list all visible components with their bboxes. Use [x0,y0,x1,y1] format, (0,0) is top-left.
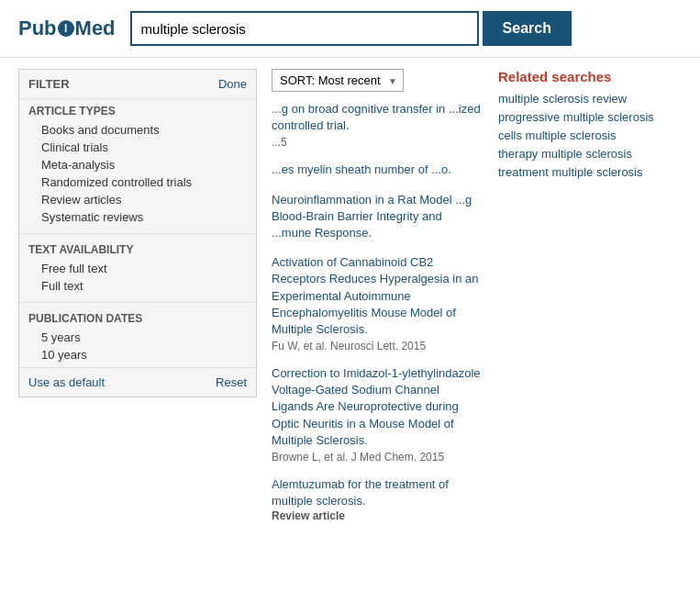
article-block-4: Activation of Cannabinoid CB2 Receptors … [272,254,483,352]
reset-button[interactable]: Reset [216,375,247,389]
text-availability-section: TEXT AVAILABILITY Free full text Full te… [19,238,256,298]
article-link-4[interactable]: Activation of Cannabinoid CB2 Receptors … [272,254,483,338]
sort-select[interactable]: SORT: Most recentBest matchPublication d… [272,69,404,92]
filter-divider-2 [19,302,256,303]
related-link-2[interactable]: progressive multiple sclerosis [498,110,682,124]
logo-pub-text: Pub [18,17,57,40]
article-link-2[interactable]: ...es myelin sheath number of ...o. [272,162,483,178]
search-button[interactable]: Search [483,11,572,46]
article-tag-6: Review article [272,509,483,522]
related-link-4[interactable]: therapy multiple sclerosis [498,147,682,161]
filter-item-books[interactable]: Books and documents [28,121,247,139]
sort-wrapper[interactable]: SORT: Most recentBest matchPublication d… [272,69,404,92]
related-link-3[interactable]: cells multiple sclerosis [498,129,682,142]
filter-item-review[interactable]: Review articles [28,191,247,208]
article-meta-4: Fu W, et al. Neurosci Lett. 2015 [272,340,483,352]
results-area: SORT: Most recentBest matchPublication d… [272,69,483,535]
article-meta-5: Browne L, et al. J Med Chem. 2015 [272,451,483,464]
header: PublMed Search [0,0,700,58]
article-link-5[interactable]: Correction to Imidazol-1-ylethylindazole… [272,365,483,449]
article-block-6: Alemtuzumab for the treatment of multipl… [272,476,483,522]
main-content: FILTER Done ARTICLE TYPES Books and docu… [0,58,700,546]
filter-title: FILTER [28,77,70,91]
filter-item-free-full[interactable]: Free full text [28,260,247,277]
filter-item-full[interactable]: Full text [28,277,247,295]
article-block-1: ...g on broad cognitive transfer in ...i… [272,101,483,149]
text-availability-title: TEXT AVAILABILITY [28,243,247,256]
pub-dates-title: PUBLICATION DATES [28,312,247,325]
logo-med-text: Med [75,17,116,40]
filter-item-clinical[interactable]: Clinical trials [28,139,247,156]
sort-bar: SORT: Most recentBest matchPublication d… [272,69,483,92]
logo: PublMed [18,17,116,40]
filter-item-meta[interactable]: Meta-analysis [28,156,247,173]
use-as-default-button[interactable]: Use as default [28,375,105,389]
filter-item-5years[interactable]: 5 years [28,329,247,346]
article-link-3[interactable]: Neuroinflammation in a Rat Model ...g Bl… [272,192,483,242]
filter-panel: FILTER Done ARTICLE TYPES Books and docu… [18,69,257,535]
related-searches-panel: Related searches multiple sclerosis revi… [498,69,682,535]
logo-med-circle: l [58,20,74,37]
article-block-3: Neuroinflammation in a Rat Model ...g Bl… [272,192,483,242]
filter-item-rct[interactable]: Randomized controlled trials [28,173,247,191]
article-block-2: ...es myelin sheath number of ...o. [272,162,483,178]
article-link-1[interactable]: ...g on broad cognitive transfer in ...i… [272,101,483,134]
article-block-5: Correction to Imidazol-1-ylethylindazole… [272,365,483,464]
article-link-6[interactable]: Alemtuzumab for the treatment of multipl… [272,476,483,509]
filter-footer: Use as default Reset [19,367,256,397]
related-link-5[interactable]: treatment multiple sclerosis [498,165,682,179]
filter-item-systematic[interactable]: Systematic reviews [28,208,247,226]
filter-header: FILTER Done [19,70,256,99]
pub-dates-section: PUBLICATION DATES 5 years 10 years [19,307,256,367]
related-link-1[interactable]: multiple sclerosis review [498,92,682,106]
article-types-title: ARTICLE TYPES [28,105,247,117]
related-title: Related searches [498,69,682,84]
article-meta-1: ...5 [272,136,483,149]
filter-done-button[interactable]: Done [218,77,247,91]
article-types-section: ARTICLE TYPES Books and documents Clinic… [19,99,256,229]
filter-divider-1 [19,233,256,234]
search-input[interactable] [130,11,479,46]
filter-box: FILTER Done ARTICLE TYPES Books and docu… [18,69,257,397]
filter-item-10years[interactable]: 10 years [28,346,247,363]
